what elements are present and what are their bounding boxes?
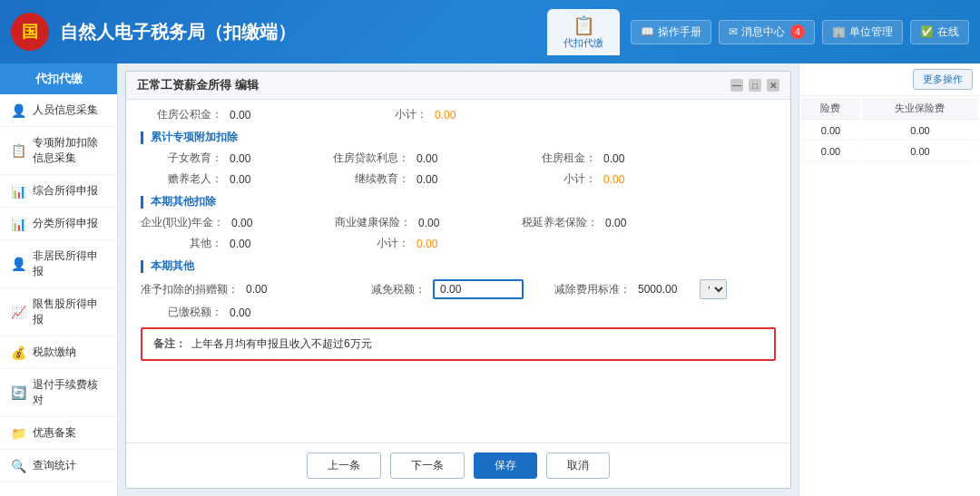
cancel-button[interactable]: 取消 [546,452,610,479]
paid-tax-value: 0.00 [230,306,284,319]
deduction-standard-select[interactable]: ▼ [700,279,727,299]
subtotal-label-2: 小计： [514,171,596,187]
form-footer: 上一条 下一条 保存 取消 [126,443,790,488]
message-button[interactable]: ✉ 消息中心 4 [719,20,815,44]
table-row: 0.00 0.00 [801,122,978,141]
tax-reduction-input[interactable] [433,279,524,299]
manual-icon: 📖 [641,25,654,38]
housing-fund-value: 0.00 [230,109,284,122]
prev-button[interactable]: 上一条 [307,452,381,479]
online-button[interactable]: ✅ 在线 [910,20,969,44]
sidebar-item-preferential[interactable]: 📁 优惠备案 [0,417,117,450]
cumulative-deduction-section: 累计专项附加扣除 子女教育： 0.00 住房贷款利息： 0.00 住房租金： 0… [141,130,776,187]
housing-fund-section: 住房公积金： 0.00 小计： 0.00 [141,107,776,122]
note-box: 备注： 上年各月均有申报且收入不超过6万元 [141,327,776,361]
sidebar-item-query[interactable]: 🔍 查询统计 [0,450,117,482]
housing-fund-label: 住房公积金： [141,107,222,122]
close-button[interactable]: ✕ [767,79,779,92]
message-badge: 4 [790,24,805,39]
pension-value: 0.00 [231,217,286,229]
donation-label: 准予扣除的捐赠额： [141,282,239,297]
refresh-icon: 🔄 [11,385,25,400]
note-label: 备注： [153,336,186,352]
sidebar-item-comprehensive[interactable]: 📊 综合所得申报 [0,175,117,208]
app-title: 自然人电子税务局（扣缴端） [60,20,536,44]
other-row: 其他： 0.00 小计： 0.00 [141,236,776,251]
next-button[interactable]: 下一条 [390,452,465,479]
other-deduction-section: 本期其他扣除 企业(职业)年金： 0.00 商业健康保险： 0.00 税延养老保… [141,194,776,251]
sidebar: 代扣代缴 👤 人员信息采集 📋 专项附加扣除信息采集 📊 综合所得申报 📊 分类… [0,63,118,496]
col-header-unemployment: 失业保险费 [862,98,978,120]
continuing-edu-value: 0.00 [416,173,471,186]
elder-care-row: 赡养老人： 0.00 继续教育： 0.00 小计： 0.00 [141,171,776,187]
unit-icon: 🏢 [832,25,846,38]
mortgage-label: 住房贷款利息： [328,151,409,166]
period-other-section: 本期其他 准予扣除的捐赠额： 0.00 减免税额： 减除费用标准： 5000.0… [141,258,776,320]
pension-row: 企业(职业)年金： 0.00 商业健康保险： 0.00 税延养老保险： 0.00 [141,215,776,230]
children-edu-label: 子女教育： [141,151,222,166]
sidebar-item-personnel[interactable]: 👤 人员信息采集 [0,94,117,127]
maximize-button[interactable]: □ [749,79,761,92]
tax-deferred-pension-value: 0.00 [605,217,660,229]
header: 国 自然人电子税务局（扣缴端） 📋 代扣代缴 📖 操作手册 ✉ 消息中心 4 🏢… [0,0,980,63]
tax-reduction-label: 减免税额： [344,282,426,297]
right-panel: 更多操作 险费 失业保险费 0.00 0.00 0.00 0.00 [799,63,980,496]
children-edu-value: 0.00 [230,152,284,165]
housing-rent-value: 0.00 [603,152,658,165]
minimize-button[interactable]: — [730,79,743,92]
deduction-standard-value: 5000.00 [638,283,692,296]
donation-value: 0.00 [246,283,300,296]
subtotal-label-3: 小计： [328,236,409,251]
commercial-health-value: 0.00 [418,217,473,229]
money-icon: 💰 [11,345,25,360]
save-button[interactable]: 保存 [474,452,537,479]
sidebar-item-refund[interactable]: 🔄 退付手续费核对 [0,369,117,417]
mortgage-value: 0.00 [416,152,471,165]
more-actions-button[interactable]: 更多操作 [913,69,973,90]
person2-icon: 👤 [11,257,25,271]
unit-manage-button[interactable]: 🏢 单位管理 [822,20,903,44]
person-icon: 👤 [11,103,25,118]
cumulative-deduction-title: 累计专项附加扣除 [141,130,776,145]
subtotal-value-1: 0.00 [435,109,489,122]
form-panel: 正常工资薪金所得 编辑 — □ ✕ 住房公积金： 0.00 小计： 0.00 [125,71,791,489]
tab-icon: 📋 [573,15,595,36]
online-icon: ✅ [920,25,934,38]
sidebar-item-special-deduction[interactable]: 📋 专项附加扣除信息采集 [0,127,117,175]
form-title-bar: 正常工资薪金所得 编辑 — □ ✕ [126,72,790,100]
sidebar-item-nonresident[interactable]: 👤 非居民所得申报 [0,240,117,288]
subtotal-value-3: 0.00 [416,238,471,250]
right-panel-header: 更多操作 [799,63,980,96]
chart-icon: 📊 [11,184,25,199]
subtotal-value-2: 0.00 [603,173,658,186]
logo-text: 国 [22,21,38,43]
other-deduction-title: 本期其他扣除 [141,194,776,209]
list-icon: 📋 [11,143,25,158]
other-label: 其他： [141,236,222,251]
table-row: 0.00 0.00 [801,142,978,161]
paid-tax-label: 已缴税额： [141,305,222,320]
message-icon: ✉ [729,25,738,38]
window-controls: — □ ✕ [730,79,779,92]
elder-care-value: 0.00 [230,173,284,186]
sidebar-item-tax-payment[interactable]: 💰 税款缴纳 [0,336,117,369]
search-icon: 🔍 [11,459,25,473]
sidebar-item-classified[interactable]: 📊 分类所得申报 [0,208,117,240]
tab-label: 代扣代缴 [564,36,603,50]
pension-label: 企业(职业)年金： [141,215,224,230]
insurance-val-2: 0.00 [801,142,860,161]
tax-deferred-pension-label: 税延养老保险： [516,215,598,230]
sidebar-item-restricted[interactable]: 📈 限售股所得申报 [0,288,117,336]
sidebar-title: 代扣代缴 [0,63,117,94]
unemployment-val-1: 0.00 [862,122,978,141]
other-value: 0.00 [230,238,284,250]
chart2-icon: 📊 [11,217,25,231]
logo: 国 [11,13,49,51]
children-edu-row: 子女教育： 0.00 住房贷款利息： 0.00 住房租金： 0.00 [141,151,776,166]
tab-dakou[interactable]: 📋 代扣代缴 [547,9,620,55]
manual-button[interactable]: 📖 操作手册 [631,20,711,44]
note-text: 上年各月均有申报且收入不超过6万元 [191,336,372,352]
commercial-health-label: 商业健康保险： [329,215,411,230]
period-other-title: 本期其他 [141,258,776,274]
form-title: 正常工资薪金所得 编辑 [137,77,259,93]
